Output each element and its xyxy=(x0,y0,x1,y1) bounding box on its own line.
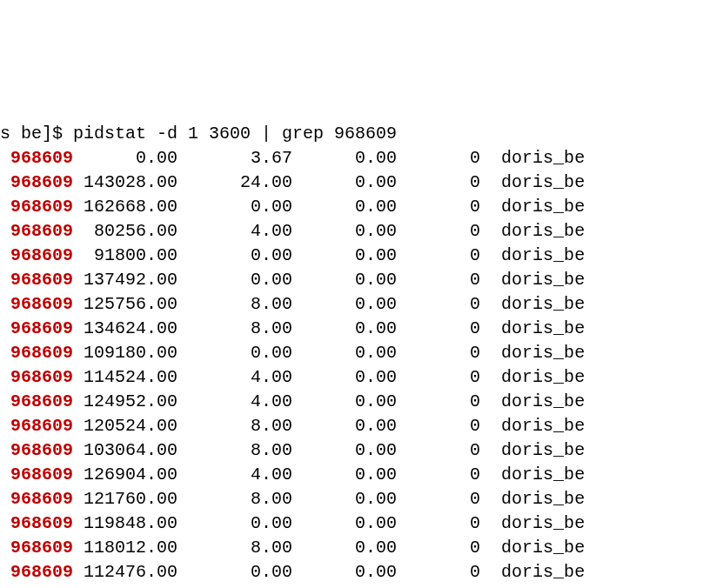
pidstat-row: 968609 125756.00 8.00 0.00 0 doris_be xyxy=(0,292,703,317)
pidstat-rows: 968609 0.00 3.67 0.00 0 doris_be 968609 … xyxy=(0,146,703,588)
command-line[interactable]: s be]$ pidstat -d 1 3600 | grep 968609 xyxy=(0,122,703,146)
pid-value: 968609 xyxy=(10,172,73,192)
pidstat-row: 968609 112476.00 0.00 0.00 0 doris_be xyxy=(0,560,703,585)
pidstat-row: 968609 80256.00 4.00 0.00 0 doris_be xyxy=(0,219,703,244)
pidstat-row: 968609 91800.00 0.00 0.00 0 doris_be xyxy=(0,244,703,268)
pid-value: 968609 xyxy=(10,270,73,290)
pidstat-row: 968609 143028.00 24.00 0.00 0 doris_be xyxy=(0,170,703,195)
pid-value: 968609 xyxy=(10,367,73,387)
pidstat-row: 968609 162668.00 0.00 0.00 0 doris_be xyxy=(0,195,703,219)
pidstat-row: 968609 121760.00 8.00 0.00 0 doris_be xyxy=(0,487,703,511)
pid-value: 968609 xyxy=(10,221,73,241)
command-text: pidstat -d 1 3600 | grep 968609 xyxy=(73,124,397,144)
pid-value: 968609 xyxy=(10,489,73,509)
terminal-output: s be]$ pidstat -d 1 3600 | grep 968609 9… xyxy=(0,97,703,588)
pidstat-row: 968609 118296.00 0.00 0.00 0 doris_be xyxy=(0,585,703,588)
pid-value: 968609 xyxy=(10,197,73,217)
pid-value: 968609 xyxy=(10,391,73,411)
pidstat-row: 968609 0.00 3.67 0.00 0 doris_be xyxy=(0,146,703,170)
pid-value: 968609 xyxy=(10,318,73,338)
pidstat-row: 968609 126904.00 4.00 0.00 0 doris_be xyxy=(0,463,703,487)
pid-value: 968609 xyxy=(10,245,73,265)
pidstat-row: 968609 120524.00 8.00 0.00 0 doris_be xyxy=(0,414,703,438)
pidstat-row: 968609 137492.00 0.00 0.00 0 doris_be xyxy=(0,268,703,292)
pidstat-row: 968609 118012.00 8.00 0.00 0 doris_be xyxy=(0,536,703,560)
pidstat-row: 968609 124952.00 4.00 0.00 0 doris_be xyxy=(0,390,703,414)
shell-prompt: s be]$ xyxy=(0,124,73,144)
pid-value: 968609 xyxy=(10,440,73,460)
pidstat-row: 968609 103064.00 8.00 0.00 0 doris_be xyxy=(0,438,703,463)
pid-value: 968609 xyxy=(10,148,73,168)
pid-value: 968609 xyxy=(10,538,73,558)
pidstat-row: 968609 109180.00 0.00 0.00 0 doris_be xyxy=(0,341,703,365)
pid-value: 968609 xyxy=(10,513,73,533)
pid-value: 968609 xyxy=(10,294,73,314)
pidstat-row: 968609 114524.00 4.00 0.00 0 doris_be xyxy=(0,365,703,390)
pidstat-row: 968609 134624.00 8.00 0.00 0 doris_be xyxy=(0,317,703,341)
pid-value: 968609 xyxy=(10,416,73,436)
pidstat-row: 968609 119848.00 0.00 0.00 0 doris_be xyxy=(0,511,703,536)
pid-value: 968609 xyxy=(10,343,73,363)
pid-value: 968609 xyxy=(10,464,73,484)
pid-value: 968609 xyxy=(10,562,73,582)
